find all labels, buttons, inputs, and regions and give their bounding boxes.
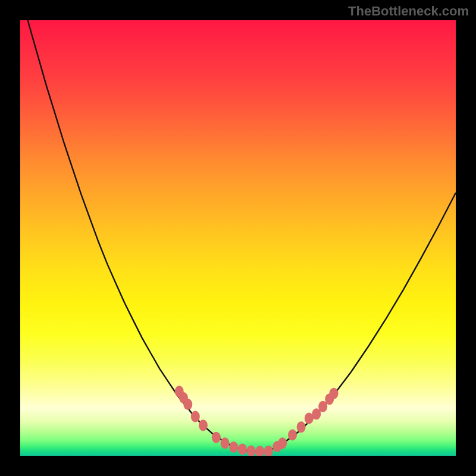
highlight-dot: [330, 388, 339, 399]
highlight-dot: [255, 446, 264, 456]
highlight-dot: [191, 411, 200, 422]
bottleneck-curve: [20, 20, 456, 452]
highlight-dot: [238, 444, 247, 455]
highlight-dot: [288, 429, 297, 440]
highlight-dot: [221, 437, 230, 449]
highlight-dot: [278, 437, 287, 449]
highlight-dot: [183, 399, 192, 410]
chart-plot-area: [20, 20, 456, 456]
watermark-text: TheBottleneck.com: [348, 4, 469, 19]
highlight-dot: [212, 432, 221, 443]
highlight-dot: [199, 419, 208, 431]
bottleneck-curve-svg: [20, 20, 456, 456]
highlight-dot: [297, 421, 306, 433]
highlight-dot: [229, 441, 238, 453]
highlight-dot: [264, 446, 273, 456]
highlight-dot: [247, 445, 256, 456]
